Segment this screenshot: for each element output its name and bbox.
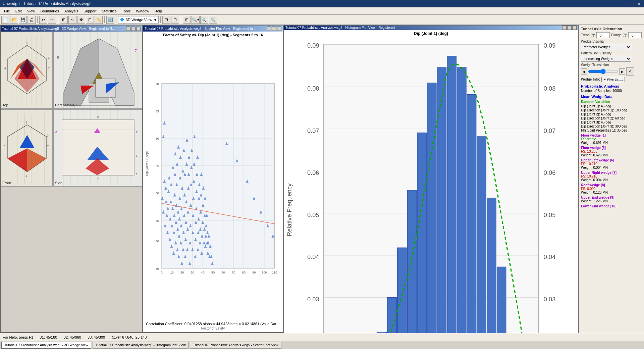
svg-text:3: 3 [48,56,50,59]
svg-text:8: 8 [26,41,28,45]
svg-text:6: 6 [57,56,59,59]
translation-left-btn[interactable]: ◀ [581,68,587,74]
side-view-label: Side [55,181,62,185]
side-view-svg: 8 6 7 1 3 1 [54,110,142,187]
wedge-translation-label: Wedge Translation [581,63,642,67]
menu-help[interactable]: Help [152,8,165,14]
svg-text:3: 3 [136,154,138,157]
properties-panel: Tunnel Axis Orientation Trend (°): Plung… [579,25,644,333]
print-button[interactable]: 🖨 [28,16,36,24]
histogram-maximize[interactable]: □ [567,26,572,30]
histogram-minimize[interactable]: _ [562,26,567,30]
maximize-button[interactable]: □ [631,1,635,6]
taskbar-item-1[interactable]: Tutorial 07 Probabilistic Analysis.weg5 … [1,342,91,349]
svg-text:0.08: 0.08 [307,85,319,92]
save-button[interactable]: 💾 [19,16,27,24]
svg-text:0.03: 0.03 [307,296,319,303]
svg-text:0.06: 0.06 [544,169,556,176]
svg-rect-279 [397,248,406,333]
perspective-view-panel: 8 7 6 3 1 N Perspective * [53,32,142,109]
svg-rect-281 [417,133,426,333]
scatter-minimize[interactable]: _ [267,27,271,31]
scatter-x-axis-label: Factor of Safety [145,327,281,331]
zoom-options-button[interactable]: 🔍 [209,16,217,24]
fit-view-button[interactable]: ⊡ [171,16,179,24]
prob-analysis-section: Probabilistic Analysis [581,84,642,88]
svg-point-257 [177,216,178,218]
histogram-close[interactable]: ✕ [572,26,577,30]
calc-button[interactable]: 🔢 [106,16,114,24]
grid-button[interactable]: ⊞ [60,16,68,24]
close-button[interactable]: ✕ [637,1,641,6]
3d-wedge-maximize[interactable]: □ [131,27,136,31]
pattern-bolt-select[interactable]: Intersecting Wedges [581,56,631,62]
svg-text:3: 3 [47,134,49,137]
svg-rect-282 [427,83,436,333]
3d-wedge-close[interactable]: ✕ [136,27,141,31]
new-button[interactable]: 📄 [1,16,9,24]
translation-reset-btn[interactable]: ↺ [626,67,634,76]
floor-wedge3-name: Floor wedge [3] [581,146,642,150]
trend-input[interactable] [596,32,610,38]
scatter-plot-titlebar: Tutorial 07 Probabilistic Analysis.weg5 … [143,26,283,32]
zoom-in-button[interactable]: 🔍+ [192,16,200,24]
menu-statistics[interactable]: Statistics [99,8,119,14]
separator3 [104,16,105,23]
filter-list-button[interactable]: ▼ Filter List ... [601,77,625,82]
translation-slider[interactable] [588,69,618,74]
menu-analysis[interactable]: Analysis [62,8,81,14]
svg-text:1: 1 [97,176,99,179]
menu-window[interactable]: Window [133,8,152,14]
menu-view[interactable]: View [24,8,38,14]
svg-rect-283 [437,67,446,333]
menu-bar: File Edit View Boundaries Analysis Suppo… [0,7,644,15]
j3-status: J3: 45/300 [88,335,105,339]
separator6 [181,16,181,23]
zoom-extents-button[interactable]: ⊞ [183,16,191,24]
svg-text:6: 6 [4,145,5,148]
dip-joint1-text: Dip (Joint 1): 45 deg [581,104,642,108]
scatter-footer: Correlation Coefficient: 0.0401258 alpha… [145,321,281,327]
perspective-view-label: Perspective * [55,103,77,107]
svg-text:80: 80 [242,271,246,274]
translation-right-btn[interactable]: ▶ [619,68,625,74]
coords-status: (x,y)= 67.846, 25.148 [112,335,147,339]
svg-text:0.04: 0.04 [307,253,319,260]
redo-button[interactable]: ↪ [48,16,56,24]
scatter-maximize[interactable]: □ [272,27,276,31]
3d-wedge-minimize[interactable]: _ [126,27,130,31]
move-button[interactable]: ✥ [77,16,85,24]
taskbar-item-2[interactable]: Tutorial 07 Probabilistic Analysis.weg5 … [93,342,189,349]
open-button[interactable]: 📂 [10,16,18,24]
scatter-close[interactable]: ✕ [277,27,281,31]
menu-support[interactable]: Support [81,8,99,14]
taskbar-item-1-label: Tutorial 07 Probabilistic Analysis.weg5 … [4,343,88,347]
plunge-input[interactable] [628,32,642,38]
fit-page-button[interactable]: ⊡ [162,16,170,24]
taskbar-item-3-label: Tutorial 07 Probabilistic Analysis.weg5 … [193,343,278,347]
menu-file[interactable]: File [1,8,13,14]
select-button[interactable]: ↖ [68,16,76,24]
undo-button[interactable]: ↩ [39,16,47,24]
svg-text:8: 8 [97,115,99,119]
svg-text:7: 7 [48,67,50,70]
svg-text:Dip (Joint 1) (deg): Dip (Joint 1) (deg) [145,151,149,176]
toolbar: 📄 📂 💾 🖨 ↩ ↪ ⊞ ↖ ✥ ⊡ 📏 🔢 🔷 3D Wedge View … [0,15,644,25]
view-type-dropdown[interactable]: 🔷 3D Wedge View ▼ [118,16,159,23]
wedge-visibility-select[interactable]: Perimeter Wedges [581,44,631,50]
roof-wedge8-weight: Weight: 0.128 MN [581,191,642,194]
minimize-button[interactable]: – [625,1,629,6]
zoom-out-button[interactable]: 🔍- [200,16,208,24]
svg-rect-289 [497,267,506,333]
taskbar-item-3[interactable]: Tutorial 07 Probabilistic Analysis.weg5 … [190,342,281,349]
svg-point-253 [166,196,167,197]
zoom-region-button[interactable]: ⊡ [86,16,94,24]
measure-button[interactable]: 📏 [95,16,103,24]
random-variables-section: Random Variables [581,100,642,104]
svg-text:7: 7 [47,145,49,148]
menu-tools[interactable]: Tools [119,8,133,14]
svg-text:60: 60 [221,271,225,274]
menu-boundaries[interactable]: Boundaries [38,8,62,14]
menu-edit[interactable]: Edit [13,8,24,14]
svg-rect-278 [387,298,396,333]
